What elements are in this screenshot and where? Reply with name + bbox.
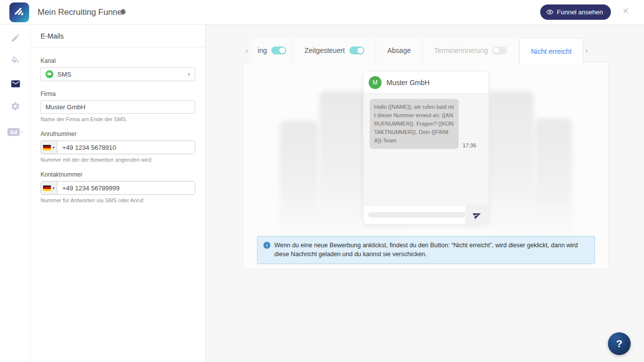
- view-funnel-button[interactable]: Funnel ansehen: [540, 4, 611, 20]
- sms-preview-phone: M Muster GmbH Hallo {{NAME}}, wir rufen …: [363, 71, 489, 225]
- paper-plane-icon: [472, 209, 482, 220]
- firma-help: Name der Firma am Ende der SMS.: [41, 116, 195, 122]
- paint-bucket-icon: [10, 56, 20, 66]
- info-icon: i: [263, 242, 270, 249]
- gear-icon: [10, 101, 20, 111]
- kanal-select[interactable]: SMS ▾: [41, 67, 195, 81]
- chat-company-name: Muster GmbH: [386, 79, 429, 87]
- sidebar-item-emails[interactable]: [0, 74, 31, 93]
- eye-icon: [546, 8, 554, 16]
- country-selector[interactable]: ▾: [41, 141, 57, 154]
- sms-channel-icon: [45, 70, 53, 78]
- envelope-icon: [10, 79, 21, 89]
- panel-heading: E-Mails: [31, 25, 205, 47]
- tab-zeitgesteuert[interactable]: Zeitgesteuert: [294, 38, 375, 63]
- tab-label: Absage: [387, 46, 411, 54]
- main-content: ‹ ing Zeitgesteuert Absage Terminerinner…: [206, 25, 644, 362]
- tab-label: Zeitgesteuert: [304, 46, 345, 54]
- message-tabs: ‹ ing Zeitgesteuert Absage Terminerinner…: [243, 38, 590, 63]
- caret-down-icon: ▾: [52, 186, 54, 190]
- chevron-down-icon: ▾: [187, 71, 190, 78]
- kontaktnummer-input[interactable]: [57, 181, 195, 194]
- tab-absage[interactable]: Absage: [377, 38, 422, 63]
- avatar: M: [369, 76, 382, 89]
- status-dot: [121, 9, 126, 14]
- help-button[interactable]: ?: [608, 332, 631, 355]
- country-selector[interactable]: ▾: [41, 181, 57, 194]
- firma-input[interactable]: [41, 100, 195, 114]
- chat-body: Hallo {{NAME}}, wir rufen bald mit diese…: [364, 93, 488, 205]
- message-input-placeholder: [368, 212, 466, 218]
- sidebar-item-ads[interactable]: Ad ›: [0, 123, 31, 141]
- germany-flag-icon: [43, 145, 51, 150]
- icon-sidebar: Ad ›: [0, 25, 31, 362]
- kontaktnummer-label: Kontaktnummer: [41, 171, 195, 178]
- tab-partial[interactable]: ing: [252, 38, 292, 63]
- sms-message-bubble: Hallo {{NAME}}, wir rufen bald mit diese…: [370, 99, 459, 149]
- preview-card: M Muster GmbH Hallo {{NAME}}, wir rufen …: [243, 62, 608, 270]
- chevron-right-icon: ›: [21, 129, 23, 136]
- kanal-value: SMS: [57, 71, 183, 78]
- message-timestamp: 17:36: [463, 142, 476, 149]
- blurred-background-shape: [488, 91, 534, 239]
- view-funnel-label: Funnel ansehen: [557, 8, 603, 16]
- tab-label: ing: [258, 46, 267, 54]
- chat-header: M Muster GmbH: [364, 72, 488, 93]
- sidebar-item-design[interactable]: [0, 51, 31, 70]
- caret-down-icon: ▾: [52, 145, 54, 150]
- anrufnummer-input[interactable]: [57, 141, 195, 154]
- tabs-scroll-right-icon[interactable]: ›: [583, 47, 590, 54]
- app-logo-icon: [9, 2, 29, 22]
- kontaktnummer-field: ▾: [41, 181, 195, 195]
- send-button[interactable]: [466, 206, 488, 224]
- anrufnummer-label: Anrufnummer: [41, 131, 195, 137]
- tabs-scroll-left-icon[interactable]: ‹: [243, 47, 250, 54]
- sidebar-item-edit[interactable]: [0, 29, 31, 47]
- sidebar-item-settings[interactable]: [0, 97, 31, 116]
- tab-label: Nicht erreicht: [531, 47, 571, 55]
- message-input[interactable]: [364, 206, 466, 224]
- kontaktnummer-help: Nummer für Antworten via SMS oder Anruf.: [41, 197, 195, 203]
- tab-toggle-on[interactable]: [271, 46, 286, 54]
- kanal-label: Kanal: [41, 57, 195, 64]
- info-banner: i Wenn du eine neue Bewerbung anklickst,…: [257, 236, 595, 264]
- blurred-background-shape: [280, 121, 318, 237]
- chat-footer: [364, 205, 488, 224]
- tab-label: Terminerinnerung: [434, 46, 488, 54]
- blurred-background-shape: [535, 118, 572, 239]
- tab-toggle-off[interactable]: [492, 46, 507, 54]
- firma-label: Firma: [41, 90, 195, 97]
- anrufnummer-help: Nummer mit der der Bewerber angerufen wi…: [41, 157, 195, 163]
- email-settings-panel: E-Mails Kanal SMS ▾ Firma Name der Firma…: [31, 25, 206, 362]
- top-header: Mein Recruiting Funnel Funnel ansehen ✕: [0, 0, 644, 25]
- page-title: Mein Recruiting Funnel: [38, 7, 124, 17]
- tab-nicht-erreicht[interactable]: Nicht erreicht: [519, 38, 583, 64]
- ad-icon: Ad: [7, 128, 20, 136]
- info-banner-text: Wenn du eine neue Bewerbung anklickst, f…: [274, 241, 589, 259]
- germany-flag-icon: [43, 185, 51, 191]
- tab-toggle-on[interactable]: [349, 46, 364, 54]
- anrufnummer-field: ▾: [41, 140, 195, 154]
- pencil-icon: [10, 33, 20, 43]
- close-icon[interactable]: ✕: [622, 7, 629, 15]
- tab-terminerinnerung[interactable]: Terminerinnerung: [423, 38, 518, 63]
